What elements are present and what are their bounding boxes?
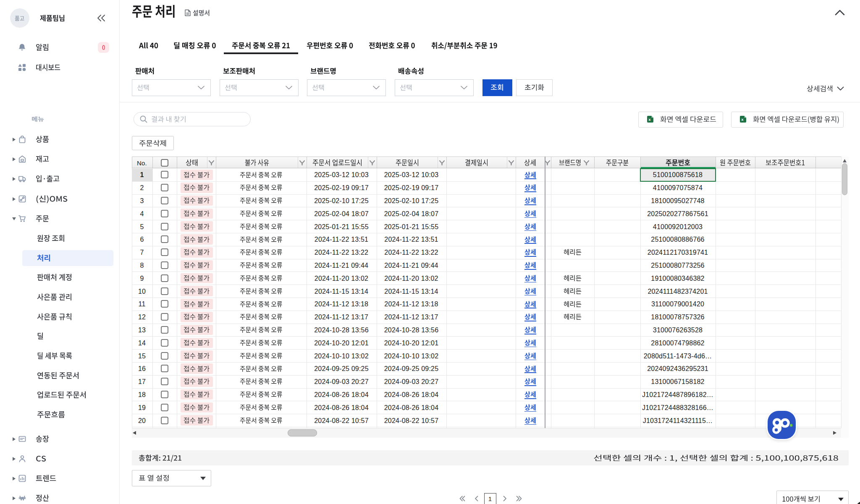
svg-text:x: x xyxy=(741,117,744,122)
svg-text:x: x xyxy=(648,117,651,122)
